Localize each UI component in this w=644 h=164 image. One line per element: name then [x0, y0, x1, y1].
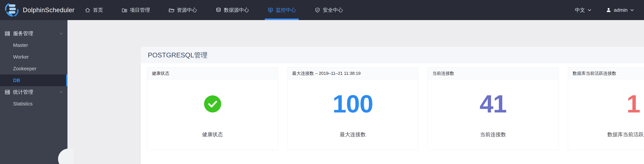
nav-item-label: 安全中心	[323, 7, 343, 13]
security-icon	[314, 7, 320, 13]
nav-item-label: 首页	[93, 7, 103, 13]
card-label: 健康状态	[202, 131, 223, 138]
main-nav: 首页 项目管理 资源中心 数据源中心 监控中心 安全中心	[82, 0, 346, 20]
card-body: 100 最大连接数	[288, 79, 418, 150]
top-navbar: DolphinScheduler 首页 项目管理 资源中心 数据源中心 监控中心	[0, 0, 644, 20]
sidebar-wrap: 服务管理 Master Worker Zookeeper DB 统计管理 S	[0, 20, 73, 164]
sidebar-group-label: 服务管理	[13, 30, 33, 37]
sidebar-item-label: Zookeeper	[13, 66, 36, 72]
brand-name: DolphinScheduler	[23, 6, 74, 14]
card-header: 健康状态	[147, 68, 278, 79]
nav-item-label: 项目管理	[130, 7, 150, 13]
language-switcher[interactable]: 中文	[575, 7, 592, 13]
nav-item-label: 资源中心	[177, 7, 197, 13]
sidebar-item-worker[interactable]: Worker	[0, 51, 68, 63]
nav-item-resources[interactable]: 资源中心	[166, 0, 200, 20]
nav-item-projects[interactable]: 项目管理	[119, 0, 153, 20]
sidebar-group-service-manage[interactable]: 服务管理	[0, 28, 68, 39]
nav-item-label: 数据源中心	[224, 7, 249, 13]
main-background: POSTGRESQL管理 健康状态 健康状态	[68, 20, 644, 164]
sidebar-item-master[interactable]: Master	[0, 39, 68, 51]
card-value	[204, 91, 222, 116]
card-body: 健康状态	[147, 79, 278, 150]
card-value: 100	[332, 91, 373, 116]
sidebar-item-label: DB	[13, 78, 20, 83]
resources-icon	[168, 7, 174, 13]
brand[interactable]: DolphinScheduler	[4, 2, 74, 18]
sidebar-item-label: Worker	[13, 54, 29, 60]
card-body: 1 数据库当前活跃连接数	[568, 79, 644, 150]
app-window: DolphinScheduler 首页 项目管理 资源中心 数据源中心 监控中心	[0, 0, 644, 164]
card-current-connections: 当前连接数 41 当前连接数	[428, 67, 558, 150]
card-label: 最大连接数	[340, 131, 366, 138]
chevron-down-icon	[630, 8, 634, 12]
username-label: admin	[614, 7, 628, 13]
nav-item-security[interactable]: 安全中心	[312, 0, 346, 20]
dolphinscheduler-logo-icon	[4, 2, 20, 18]
card-health-status: 健康状态 健康状态	[147, 67, 278, 150]
card-header: 最大连接数 – 2019–11–21 11:38:19	[288, 68, 418, 79]
navbar-right: 中文 admin	[575, 0, 634, 20]
card-max-connections: 最大连接数 – 2019–11–21 11:38:19 100 最大连接数	[287, 67, 418, 150]
datasource-icon	[216, 7, 222, 13]
card-value: 41	[480, 91, 506, 116]
health-check-icon	[204, 95, 222, 113]
card-body: 41 当前连接数	[428, 79, 558, 150]
nav-item-datasource[interactable]: 数据源中心	[213, 0, 252, 20]
sidebar-item-db[interactable]: DB	[0, 75, 68, 86]
sidebar: 服务管理 Master Worker Zookeeper DB 统计管理 S	[0, 20, 68, 164]
card-header: 数据库当前活跃连接数	[568, 68, 644, 79]
user-menu[interactable]: admin	[606, 7, 634, 13]
content-panel: POSTGRESQL管理 健康状态 健康状态	[141, 47, 644, 164]
title-band: POSTGRESQL管理	[141, 47, 644, 63]
page-title: POSTGRESQL管理	[148, 47, 208, 63]
nav-item-monitor[interactable]: 监控中心	[265, 0, 299, 20]
sidebar-group-statistics-manage[interactable]: 统计管理	[0, 86, 68, 98]
sidebar-item-zookeeper[interactable]: Zookeeper	[0, 63, 68, 75]
card-active-connections: 数据库当前活跃连接数 1 数据库当前活跃连接数	[568, 67, 644, 150]
card-label: 数据库当前活跃连接数	[608, 131, 644, 138]
sidebar-item-label: Statistics	[13, 101, 32, 107]
card-label: 当前连接数	[480, 131, 506, 138]
nav-item-home[interactable]: 首页	[82, 0, 106, 20]
home-icon	[84, 7, 90, 13]
card-value: 1	[626, 91, 640, 116]
language-label: 中文	[575, 7, 585, 13]
servers-icon	[5, 31, 10, 36]
project-icon	[122, 7, 128, 13]
card-header: 当前连接数	[428, 68, 558, 79]
user-icon	[606, 7, 612, 13]
servers-icon	[5, 89, 10, 95]
nav-item-label: 监控中心	[276, 7, 296, 13]
chevron-down-icon	[59, 90, 63, 94]
chevron-down-icon	[587, 8, 592, 12]
sidebar-item-statistics[interactable]: Statistics	[0, 98, 68, 110]
metric-cards: 健康状态 健康状态 最大连接数 – 2019–11–21 11:38:19	[147, 67, 644, 150]
monitor-icon	[268, 7, 274, 13]
chevron-down-icon	[59, 31, 63, 35]
sidebar-item-label: Master	[13, 43, 28, 48]
sidebar-group-label: 统计管理	[13, 89, 33, 95]
